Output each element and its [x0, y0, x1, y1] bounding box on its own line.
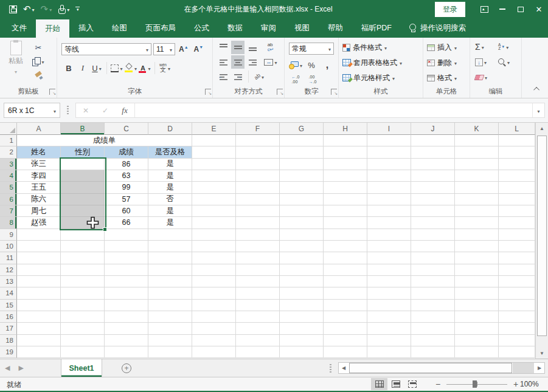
cell-D3[interactable]: 是 [148, 159, 192, 170]
cell-G10[interactable] [280, 241, 324, 252]
cell-I1[interactable] [367, 135, 411, 146]
cell-J16[interactable] [411, 311, 455, 323]
cell-H4[interactable] [324, 170, 367, 182]
cell-K16[interactable] [455, 311, 499, 323]
cell-C2[interactable]: 成绩 [105, 146, 148, 158]
cell-D18[interactable] [148, 335, 192, 346]
cell-D13[interactable] [148, 276, 192, 287]
cell-A7[interactable]: 周七 [17, 205, 61, 217]
cell-F5[interactable] [236, 182, 280, 193]
cell-B18[interactable] [61, 335, 105, 346]
cell-K14[interactable] [455, 287, 499, 299]
ribbon-tab-8[interactable]: 视图 [285, 18, 319, 38]
cell-I10[interactable] [367, 241, 411, 252]
cell-C12[interactable] [105, 264, 148, 276]
decrease-indent-button[interactable] [217, 70, 230, 83]
cell-F11[interactable] [236, 252, 280, 264]
horizontal-scrollbar-track[interactable] [513, 363, 534, 373]
cell-F13[interactable] [236, 276, 280, 287]
cell-I8[interactable] [367, 217, 411, 229]
cell-C3[interactable]: 86 [105, 159, 148, 170]
cell-J1[interactable] [411, 135, 455, 146]
row-header-7[interactable]: 7 [0, 205, 17, 217]
cell-J13[interactable] [411, 276, 455, 287]
horizontal-scrollbar-thumb[interactable] [349, 363, 512, 373]
column-header-H[interactable]: H [324, 123, 367, 135]
cell-I11[interactable] [367, 252, 411, 264]
cell-K12[interactable] [455, 264, 499, 276]
bold-button[interactable] [62, 61, 75, 75]
cell-L4[interactable] [499, 170, 535, 182]
cell-K13[interactable] [455, 276, 499, 287]
cell-D6[interactable]: 否 [148, 194, 192, 205]
cell-E7[interactable] [192, 205, 236, 217]
cell-E8[interactable] [192, 217, 236, 229]
cell-D5[interactable]: 是 [148, 182, 192, 193]
column-header-A[interactable]: A [17, 123, 61, 135]
cell-C16[interactable] [105, 311, 148, 323]
cell-C17[interactable] [105, 323, 148, 334]
cell-B17[interactable] [61, 323, 105, 334]
cell-J17[interactable] [411, 323, 455, 334]
copy-button[interactable] [32, 55, 45, 68]
ribbon-tab-3[interactable]: 绘图 [103, 18, 136, 38]
cell-J12[interactable] [411, 264, 455, 276]
cell-B16[interactable] [61, 311, 105, 323]
cell-K9[interactable] [455, 229, 499, 241]
cell-B6[interactable] [61, 194, 105, 205]
cell-K3[interactable] [455, 159, 499, 170]
cell-D12[interactable] [148, 264, 192, 276]
cell-F19[interactable] [236, 346, 280, 358]
decrease-font-size-button[interactable]: A▼ [192, 44, 206, 55]
cell-F16[interactable] [236, 311, 280, 323]
merge-center-button[interactable] [264, 55, 277, 69]
cell-C11[interactable] [105, 252, 148, 264]
format-as-table-button[interactable]: 套用表格格式 [342, 56, 402, 69]
cell-B12[interactable] [61, 264, 105, 276]
cell-H11[interactable] [324, 252, 367, 264]
row-header-18[interactable]: 18 [0, 335, 17, 346]
cell-K10[interactable] [455, 241, 499, 252]
fill-button[interactable] [475, 55, 487, 69]
cell-J11[interactable] [411, 252, 455, 264]
row-header-16[interactable]: 16 [0, 311, 17, 323]
cell-L1[interactable] [499, 135, 535, 146]
cell-E16[interactable] [192, 311, 236, 323]
row-header-12[interactable]: 12 [0, 264, 17, 276]
maximize-button[interactable] [512, 0, 530, 18]
cell-K6[interactable] [455, 194, 499, 205]
row-header-5[interactable]: 5 [0, 182, 17, 193]
cell-E17[interactable] [192, 323, 236, 334]
cell-I19[interactable] [367, 346, 411, 358]
close-button[interactable] [530, 0, 548, 18]
underline-button[interactable] [90, 61, 103, 75]
vertical-scrollbar[interactable]: ▲ ▼ [535, 123, 548, 359]
accounting-format-button[interactable] [289, 58, 302, 72]
cell-A6[interactable]: 陈六 [17, 194, 61, 205]
row-header-6[interactable]: 6 [0, 194, 17, 205]
row-header-4[interactable]: 4 [0, 170, 17, 182]
cell-D11[interactable] [148, 252, 192, 264]
cell-K15[interactable] [455, 300, 499, 311]
ribbon-tab-10[interactable]: 福昕PDF [352, 18, 401, 38]
cell-K7[interactable] [455, 205, 499, 217]
cell-E18[interactable] [192, 335, 236, 346]
cell-E5[interactable] [192, 182, 236, 193]
cell-J4[interactable] [411, 170, 455, 182]
cell-B2[interactable]: 性别 [61, 146, 105, 158]
cell-K2[interactable] [455, 146, 499, 158]
select-all-corner[interactable] [0, 123, 17, 135]
cell-B11[interactable] [61, 252, 105, 264]
horizontal-scrollbar[interactable]: ◀ ▶ [338, 362, 545, 374]
cell-C4[interactable]: 63 [105, 170, 148, 182]
cell-D9[interactable] [148, 229, 192, 241]
ribbon-tab-9[interactable]: 帮助 [319, 18, 352, 38]
cell-E10[interactable] [192, 241, 236, 252]
previous-sheet-arrow[interactable]: ◀ [5, 364, 10, 372]
zoom-slider[interactable] [446, 378, 507, 390]
cell-F9[interactable] [236, 229, 280, 241]
add-sheet-button[interactable]: + [122, 363, 131, 373]
cell-A18[interactable] [17, 335, 61, 346]
cell-F3[interactable] [236, 159, 280, 170]
cell-A5[interactable]: 王五 [17, 182, 61, 193]
